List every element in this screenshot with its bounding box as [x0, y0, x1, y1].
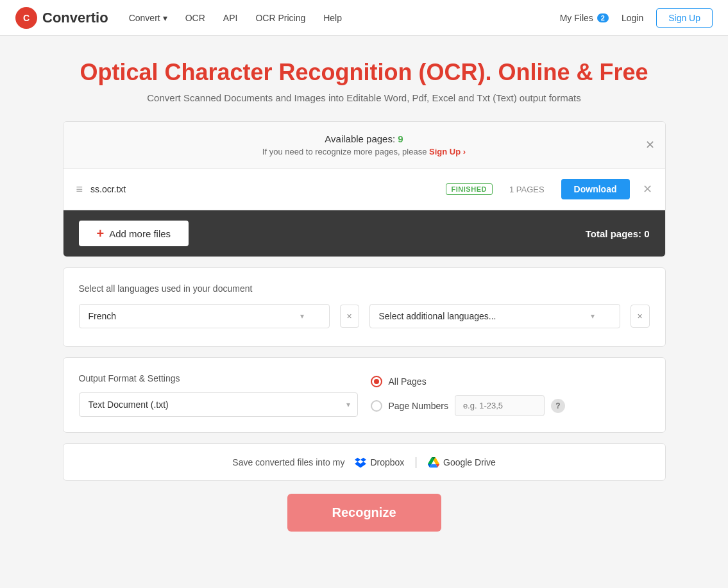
dropbox-button[interactable]: Dropbox [355, 457, 404, 468]
available-pages-card: Available pages: 9 If you need to recogn… [63, 121, 666, 257]
language-label: Select all languages used in your docume… [79, 283, 650, 294]
signup-button[interactable]: Sign Up [656, 8, 713, 28]
format-select-wrapper: Text Document (.txt) Word Document (.doc… [79, 392, 358, 417]
my-files-button[interactable]: My Files 2 [560, 13, 609, 23]
nav-ocr[interactable]: OCR [185, 13, 205, 23]
primary-language-wrapper: French English German Spanish ▾ [79, 304, 330, 328]
clear-primary-language-button[interactable]: × [340, 305, 359, 328]
clear-secondary-language-button[interactable]: × [631, 305, 650, 328]
add-more-files-button[interactable]: + Add more files [79, 221, 189, 246]
page-numbers-radio[interactable] [371, 400, 382, 412]
logo-icon: C [15, 7, 37, 29]
page-numbers-input[interactable] [455, 395, 545, 416]
recognize-button[interactable]: Recognize [287, 494, 441, 532]
files-badge: 2 [597, 13, 609, 22]
navigation: C Convertio Convert ▾ OCR API OCR Pricin… [0, 0, 728, 36]
cloud-save-text: Save converted files into my [232, 457, 344, 467]
nav-ocr-pricing[interactable]: OCR Pricing [255, 13, 305, 23]
all-pages-row: All Pages [371, 376, 650, 387]
all-pages-radio[interactable] [371, 376, 382, 387]
chevron-down-icon: ▾ [163, 13, 167, 23]
cloud-divider: | [414, 455, 418, 469]
dropbox-icon [355, 457, 366, 468]
total-pages: Total pages: 0 [586, 228, 650, 239]
secondary-language-select[interactable]: Select additional languages... English G… [369, 304, 620, 328]
banner-signup-link[interactable]: Sign Up › [429, 147, 466, 156]
nav-right: My Files 2 Login Sign Up [560, 8, 713, 28]
page-numbers-row: Page Numbers ? [371, 395, 650, 416]
file-name: ss.ocr.txt [90, 184, 438, 194]
hero-title: Optical Character Recognition (OCR). Onl… [63, 59, 666, 86]
output-label: Output Format & Settings [79, 373, 358, 383]
format-section: Output Format & Settings Text Document (… [79, 373, 358, 417]
file-remove-button[interactable]: ✕ [643, 182, 652, 196]
cloud-save-row: Save converted files into my Dropbox | G… [63, 443, 666, 481]
file-row: ≡ ss.ocr.txt FINISHED 1 PAGES Download ✕ [63, 169, 665, 210]
pages-count: 9 [398, 133, 403, 144]
download-button[interactable]: Download [561, 179, 630, 199]
secondary-language-wrapper: Select additional languages... English G… [369, 304, 620, 328]
status-badge: FINISHED [446, 183, 493, 195]
banner-close-button[interactable]: ✕ [645, 138, 655, 152]
output-grid: Output Format & Settings Text Document (… [79, 373, 650, 417]
nav-links: Convert ▾ OCR API OCR Pricing Help [129, 13, 539, 23]
nav-convert[interactable]: Convert ▾ [129, 13, 167, 23]
add-files-row: + Add more files Total pages: 0 [63, 210, 665, 256]
hero-subtitle: Convert Scanned Documents and Images int… [63, 92, 666, 103]
language-card: Select all languages used in your docume… [63, 267, 666, 347]
available-banner: Available pages: 9 If you need to recogn… [63, 122, 665, 169]
logo-text: Convertio [42, 10, 108, 26]
pages-options: All Pages Page Numbers ? [371, 373, 650, 416]
help-icon[interactable]: ? [551, 399, 565, 413]
available-sub: If you need to recognize more pages, ple… [79, 147, 650, 156]
output-format-card: Output Format & Settings Text Document (… [63, 357, 666, 433]
pages-count-label: 1 PAGES [509, 185, 545, 194]
google-drive-button[interactable]: Google Drive [428, 457, 496, 468]
file-menu-icon: ≡ [76, 183, 83, 196]
main-content: Optical Character Recognition (OCR). Onl… [50, 36, 679, 557]
language-selects: French English German Spanish ▾ × Select… [79, 304, 650, 328]
page-numbers-label: Page Numbers [389, 401, 448, 411]
primary-language-select[interactable]: French English German Spanish [79, 304, 330, 328]
format-select[interactable]: Text Document (.txt) Word Document (.doc… [79, 392, 358, 417]
plus-icon: + [97, 227, 105, 240]
all-pages-label: All Pages [389, 376, 427, 387]
login-button[interactable]: Login [622, 13, 643, 23]
available-pages-text: Available pages: 9 [79, 133, 650, 144]
logo[interactable]: C Convertio [15, 7, 108, 29]
nav-api[interactable]: API [223, 13, 238, 23]
nav-help[interactable]: Help [323, 13, 342, 23]
google-drive-icon [428, 457, 439, 468]
